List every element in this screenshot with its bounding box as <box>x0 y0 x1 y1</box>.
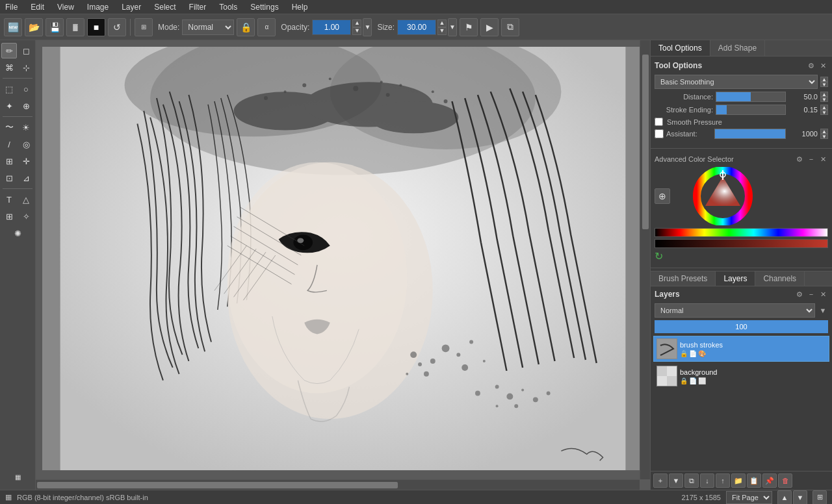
color-wheel-svg[interactable] <box>674 167 759 225</box>
menu-select[interactable]: Select <box>151 1 178 13</box>
menu-view[interactable]: View <box>55 1 77 13</box>
menu-help[interactable]: Help <box>289 1 311 13</box>
size-input[interactable] <box>397 19 436 35</box>
eyedropper-color-btn[interactable]: ⊕ <box>655 188 670 204</box>
horizontal-scrollbar[interactable] <box>36 479 640 490</box>
stroke-ending-slider[interactable] <box>716 105 786 115</box>
open-btn[interactable]: 📂 <box>25 18 43 36</box>
mode-select[interactable]: Normal Multiply Screen Overlay <box>182 19 234 35</box>
layer-paste-btn[interactable]: 📌 <box>762 473 777 488</box>
menu-tools[interactable]: Tools <box>216 1 240 13</box>
assistant-btn[interactable]: ✧ <box>18 208 34 224</box>
opacity-down-btn[interactable]: ▼ <box>352 27 361 35</box>
text-btn[interactable]: T <box>1 192 17 207</box>
tab-channels[interactable]: Channels <box>755 271 805 286</box>
size-up-btn[interactable]: ▲ <box>437 19 447 27</box>
size-down-btn[interactable]: ▼ <box>437 27 447 35</box>
color-panel-minimize-btn[interactable]: − <box>806 154 816 164</box>
color-panel-close-btn[interactable]: ✕ <box>818 154 828 164</box>
extra-btn[interactable]: ✺ <box>10 225 25 241</box>
grid-btn[interactable]: ⊞ <box>135 18 153 36</box>
color-refresh-btn[interactable]: ↻ <box>655 250 663 262</box>
opacity-up-btn[interactable]: ▲ <box>352 19 361 27</box>
hue-bar[interactable] <box>655 228 828 237</box>
grid-snap-btn[interactable]: ▦ <box>3 469 32 485</box>
layer-group-btn[interactable]: 📁 <box>731 473 746 488</box>
eraser-tool-btn[interactable]: ◻ <box>18 43 34 58</box>
smoothing-select[interactable]: Basic Smoothing Stabilizer Weighted <box>655 75 818 89</box>
layers-settings-btn[interactable]: ⚙ <box>794 289 805 299</box>
layer-copy-btn[interactable]: 📋 <box>747 473 761 488</box>
layers-close-btn[interactable]: ✕ <box>818 289 828 299</box>
layer-item-background[interactable]: background 🔒 📄 ⬜ <box>653 363 829 389</box>
brush-tool-btn[interactable]: ✏ <box>1 43 17 58</box>
reload-btn[interactable]: ↺ <box>108 18 126 36</box>
assistant-slider[interactable] <box>714 129 786 139</box>
pressure-btn[interactable]: ⚑ <box>460 18 478 36</box>
tab-brush-presets[interactable]: Brush Presets <box>651 271 716 286</box>
crop-btn[interactable]: ⊞ <box>1 153 17 169</box>
colorpick-btn[interactable]: ◎ <box>18 136 34 152</box>
menu-settings[interactable]: Settings <box>248 1 281 13</box>
layer-mode-select[interactable]: Normal Multiply Screen <box>655 303 815 318</box>
assistant-checkbox[interactable] <box>655 129 664 138</box>
vertical-scroll-thumb[interactable] <box>642 55 649 229</box>
size-extra-btn[interactable]: ▼ <box>448 18 457 36</box>
opacity-input[interactable] <box>312 19 351 35</box>
transform-sel-btn[interactable]: ⊕ <box>18 98 34 114</box>
color-panel-settings-btn[interactable]: ⚙ <box>794 154 805 164</box>
layer-opacity-bar[interactable]: 100 <box>655 320 828 333</box>
dodge-btn[interactable]: ☀ <box>18 120 34 135</box>
tab-add-shape[interactable]: Add Shape <box>710 40 765 56</box>
statusbar-down-btn[interactable]: ▼ <box>793 490 807 505</box>
distance-slider[interactable] <box>716 92 786 102</box>
shape-btn[interactable]: △ <box>18 192 34 207</box>
opacity-extra-btn[interactable]: ▼ <box>363 18 372 36</box>
menu-image[interactable]: Image <box>84 1 111 13</box>
layer-mode-expand-btn[interactable]: ▼ <box>818 305 828 316</box>
menu-edit[interactable]: Edit <box>28 1 47 13</box>
layers-minimize-btn[interactable]: − <box>806 289 816 299</box>
canvas-area[interactable] <box>36 40 650 490</box>
menu-file[interactable]: File <box>3 1 20 13</box>
horizontal-scroll-thumb[interactable] <box>37 482 398 488</box>
alpha-btn[interactable]: α <box>257 18 276 36</box>
assistant-down[interactable]: ▼ <box>820 134 828 139</box>
move-btn[interactable]: ✛ <box>18 153 34 169</box>
duplicate-layer-btn[interactable]: ⧉ <box>684 473 699 488</box>
lock-btn[interactable]: 🔒 <box>237 18 255 36</box>
add-layer-btn[interactable]: + <box>653 473 668 488</box>
value-bar[interactable] <box>655 239 828 248</box>
statusbar-fullscreen-btn[interactable]: ⊞ <box>812 490 827 505</box>
smooth-pressure-checkbox[interactable] <box>655 118 663 126</box>
vertical-scrollbar[interactable] <box>640 40 650 479</box>
selection-rect-btn[interactable]: ⬚ <box>1 81 17 97</box>
copy-btn[interactable]: ⧉ <box>501 18 519 36</box>
brush-pattern-btn[interactable]: ▓ <box>66 18 84 36</box>
selection-ellipse-btn[interactable]: ○ <box>18 81 34 97</box>
menu-filter[interactable]: Filter <box>187 1 209 13</box>
new-file-btn[interactable]: 🆕 <box>4 18 22 36</box>
layer-dropdown-btn[interactable]: ▼ <box>669 473 683 488</box>
zoom-btn[interactable]: ⊡ <box>1 170 17 186</box>
move-layer-down-btn[interactable]: ↓ <box>700 473 714 488</box>
zoom-select[interactable]: Fit Page 100% 50% 200% <box>726 491 772 504</box>
play-btn[interactable]: ▶ <box>480 18 499 36</box>
tab-tool-options[interactable]: Tool Options <box>651 40 710 56</box>
tab-layers[interactable]: Layers <box>716 271 755 286</box>
save-btn[interactable]: 💾 <box>46 18 64 36</box>
color-fg-btn[interactable]: ■ <box>87 18 105 36</box>
menu-layer[interactable]: Layer <box>119 1 144 13</box>
filter-btn[interactable]: ⊞ <box>1 208 17 224</box>
fill-tool-btn[interactable]: ⌘ <box>1 60 17 75</box>
delete-layer-btn[interactable]: 🗑 <box>778 473 792 488</box>
smudge-btn[interactable]: 〜 <box>1 120 17 135</box>
distance-down[interactable]: ▼ <box>820 97 828 102</box>
measure-btn[interactable]: ⊿ <box>18 170 34 186</box>
line-btn[interactable]: / <box>1 136 17 152</box>
stroke-down[interactable]: ▼ <box>820 110 828 115</box>
panel-settings-btn[interactable]: ⚙ <box>806 60 816 71</box>
eyedropper-btn[interactable]: ⊹ <box>18 60 34 75</box>
panel-close-btn[interactable]: ✕ <box>818 60 828 71</box>
freehand-sel-btn[interactable]: ✦ <box>1 98 17 114</box>
